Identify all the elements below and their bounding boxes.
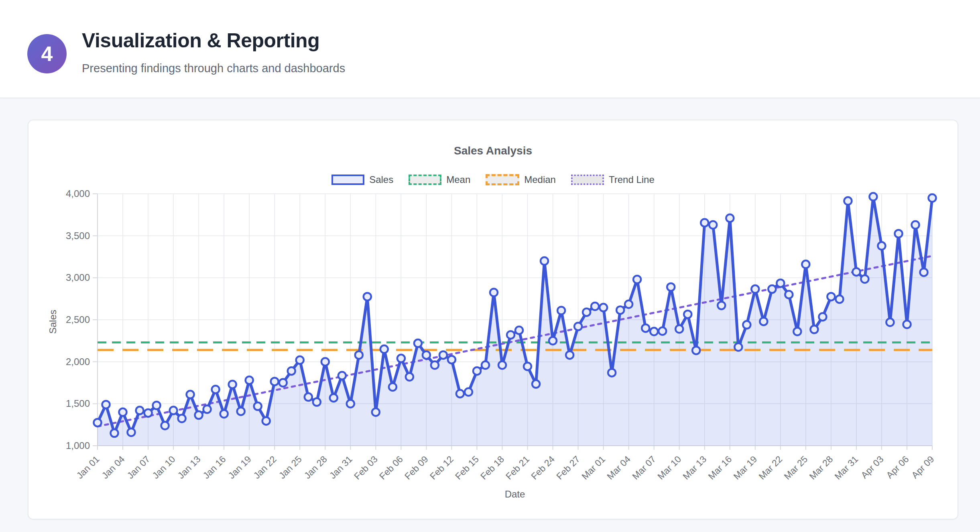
chart-legend: Sales Mean Median Trend Line xyxy=(28,174,958,185)
legend-label-sales: Sales xyxy=(369,174,393,185)
trend-swatch xyxy=(571,175,604,185)
legend-label-median: Median xyxy=(524,174,556,185)
chart-title: Sales Analysis xyxy=(28,144,958,157)
legend-item-sales[interactable]: Sales xyxy=(331,174,393,185)
page-title: Visualization & Reporting xyxy=(82,29,319,52)
page: 4 Visualization & Reporting Presenting f… xyxy=(0,0,980,532)
legend-item-trend[interactable]: Trend Line xyxy=(571,174,655,185)
legend-label-mean: Mean xyxy=(446,174,470,185)
legend-item-mean[interactable]: Mean xyxy=(409,174,470,185)
step-number-badge: 4 xyxy=(27,34,67,73)
page-subtitle: Presenting findings through charts and d… xyxy=(82,62,345,75)
legend-item-median[interactable]: Median xyxy=(486,174,556,185)
mean-swatch xyxy=(409,175,441,185)
page-header: 4 Visualization & Reporting Presenting f… xyxy=(0,0,980,98)
legend-label-trend: Trend Line xyxy=(609,174,655,185)
sales-swatch xyxy=(331,175,364,185)
median-swatch xyxy=(486,174,519,185)
